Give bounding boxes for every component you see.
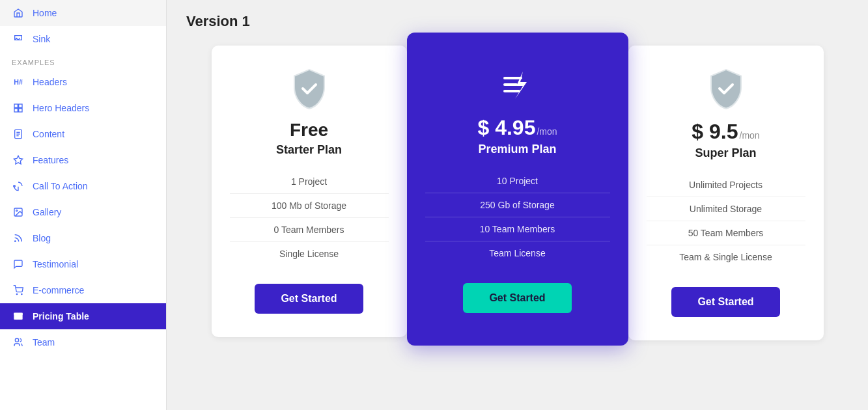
home-icon	[12, 7, 25, 20]
team-icon	[12, 336, 25, 349]
image-icon	[12, 206, 25, 219]
svg-point-12	[16, 210, 18, 212]
sidebar-item-label: Team	[33, 337, 55, 348]
feature-item: 50 Team Members	[647, 221, 805, 245]
sidebar: Home Sink EXAMPLES H# Headers Hero Heade…	[0, 0, 167, 410]
doc-icon	[12, 128, 25, 141]
pricing-card-premium: $ 4.95 /mon Premium Plan 10 Project 250 …	[407, 33, 628, 346]
feature-item: Unlimited Storage	[647, 197, 805, 221]
plan-name-premium: Premium Plan	[478, 143, 556, 156]
flag-icon	[12, 33, 25, 46]
table-icon	[12, 310, 25, 323]
feature-item: 250 Gb of Storage	[425, 193, 610, 217]
sidebar-item-label: Features	[33, 155, 68, 165]
sidebar-item-label: Content	[33, 129, 64, 139]
sidebar-item-pricing-table[interactable]: Pricing Table	[0, 303, 166, 329]
sidebar-item-features[interactable]: Features	[0, 147, 166, 173]
plan-name-super: Super Plan	[695, 146, 756, 160]
sidebar-item-label: Testimonial	[33, 259, 78, 269]
pricing-card-free: Free Starter Plan 1 Project 100 Mb of St…	[212, 46, 407, 337]
svg-rect-4	[19, 109, 22, 112]
pricing-card-super: $ 9.5 /mon Super Plan Unlimited Projects…	[628, 46, 824, 340]
sidebar-item-home[interactable]: Home	[0, 0, 166, 26]
plan-features-premium: 10 Project 250 Gb of Storage 10 Team Mem…	[425, 169, 610, 265]
svg-point-14	[16, 294, 17, 294]
feature-item: Team License	[425, 241, 610, 265]
feature-item: Single License	[230, 241, 389, 266]
sidebar-item-e-commerce[interactable]: E-commerce	[0, 277, 166, 303]
rss-icon	[12, 232, 25, 245]
star-icon	[12, 154, 25, 167]
svg-rect-3	[14, 109, 18, 112]
svg-point-13	[15, 241, 16, 241]
feature-item: 10 Project	[425, 169, 610, 193]
sidebar-item-hero-headers[interactable]: Hero Headers	[0, 95, 166, 121]
plan-price-free: Free	[290, 120, 328, 141]
page-title: Version 1	[186, 13, 848, 30]
h-icon: H#	[12, 75, 25, 89]
sidebar-item-label: Hero Headers	[33, 103, 89, 113]
svg-rect-2	[19, 104, 22, 107]
sidebar-item-call-to-action[interactable]: Call To Action	[0, 173, 166, 199]
svg-marker-9	[14, 156, 22, 164]
sidebar-item-testimonial[interactable]: Testimonial	[0, 251, 166, 277]
shield-check-icon	[290, 69, 329, 108]
feature-item: 1 Project	[230, 170, 389, 193]
svg-text:H#: H#	[14, 78, 23, 86]
feature-item: 100 Mb of Storage	[230, 193, 389, 217]
pricing-cards-container: Free Starter Plan 1 Project 100 Mb of St…	[186, 46, 848, 346]
svg-rect-1	[14, 104, 18, 107]
chat-icon	[12, 258, 25, 271]
sidebar-item-label: Sink	[33, 34, 50, 44]
megaphone-icon	[12, 180, 25, 193]
bolt-icon	[498, 65, 537, 104]
svg-point-15	[21, 294, 22, 294]
plan-price-super: $ 9.5 /mon	[692, 120, 759, 144]
main-content: Version 1 Free Starter Plan 1 Project 10…	[167, 0, 868, 410]
sidebar-item-team[interactable]: Team	[0, 329, 166, 355]
plan-features-super: Unlimited Projects Unlimited Storage 50 …	[647, 173, 805, 269]
sidebar-item-headers[interactable]: H# Headers	[0, 69, 166, 95]
examples-section-label: EXAMPLES	[0, 52, 166, 69]
sidebar-item-label: Pricing Table	[33, 311, 89, 321]
svg-rect-17	[14, 313, 22, 315]
plan-features-free: 1 Project 100 Mb of Storage 0 Team Membe…	[230, 170, 389, 266]
get-started-button-premium[interactable]: Get Started	[463, 283, 571, 313]
feature-item: 0 Team Members	[230, 217, 389, 241]
sidebar-item-label: Blog	[33, 233, 51, 243]
sidebar-item-label: Home	[33, 8, 57, 18]
feature-item: Team & Single License	[647, 245, 805, 269]
sidebar-item-content[interactable]: Content	[0, 121, 166, 147]
feature-item: Unlimited Projects	[647, 173, 805, 197]
sidebar-item-label: Headers	[33, 77, 67, 87]
cart-icon	[12, 284, 25, 297]
sidebar-item-gallery[interactable]: Gallery	[0, 199, 166, 225]
get-started-button-super[interactable]: Get Started	[671, 287, 779, 317]
sidebar-item-sink[interactable]: Sink	[0, 26, 166, 52]
feature-item: 10 Team Members	[425, 217, 610, 241]
sidebar-item-label: E-commerce	[33, 285, 84, 295]
shield-check-icon-super	[707, 69, 746, 108]
grid-icon	[12, 102, 25, 115]
plan-price-premium: $ 4.95 /mon	[477, 116, 557, 140]
svg-point-20	[15, 338, 18, 342]
get-started-button-free[interactable]: Get Started	[255, 284, 363, 314]
sidebar-item-blog[interactable]: Blog	[0, 225, 166, 251]
sidebar-item-label: Call To Action	[33, 181, 88, 191]
plan-name-free: Starter Plan	[276, 143, 342, 157]
sidebar-item-label: Gallery	[33, 207, 61, 217]
